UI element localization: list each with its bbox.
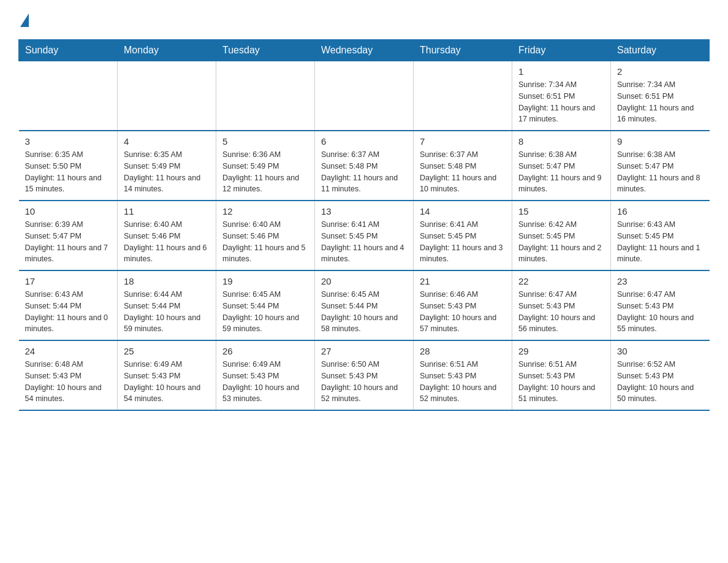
calendar-cell: 4Sunrise: 6:35 AM Sunset: 5:49 PM Daylig… [118,131,216,201]
day-info: Sunrise: 6:37 AM Sunset: 5:48 PM Dayligh… [321,149,407,195]
calendar-cell [414,61,512,131]
calendar-cell: 9Sunrise: 6:38 AM Sunset: 5:47 PM Daylig… [611,131,710,201]
calendar-cell: 10Sunrise: 6:39 AM Sunset: 5:47 PM Dayli… [19,201,118,270]
day-number: 15 [518,206,604,216]
calendar-week-row: 10Sunrise: 6:39 AM Sunset: 5:47 PM Dayli… [19,201,710,270]
day-info: Sunrise: 6:47 AM Sunset: 5:43 PM Dayligh… [617,289,703,335]
day-info: Sunrise: 6:35 AM Sunset: 5:49 PM Dayligh… [124,149,210,195]
calendar-cell: 13Sunrise: 6:41 AM Sunset: 5:45 PM Dayli… [315,201,414,270]
day-number: 25 [124,346,210,356]
day-number: 20 [321,276,407,286]
calendar-cell: 26Sunrise: 6:49 AM Sunset: 5:43 PM Dayli… [216,340,315,410]
day-info: Sunrise: 6:47 AM Sunset: 5:43 PM Dayligh… [518,289,604,335]
day-number: 8 [518,136,604,147]
weekday-header-thursday: Thursday [414,40,512,61]
day-number: 10 [25,206,112,216]
day-number: 7 [420,136,506,147]
calendar-cell: 5Sunrise: 6:36 AM Sunset: 5:49 PM Daylig… [216,131,315,201]
day-info: Sunrise: 6:51 AM Sunset: 5:43 PM Dayligh… [420,359,506,405]
day-info: Sunrise: 6:45 AM Sunset: 5:44 PM Dayligh… [321,289,407,335]
calendar-cell: 22Sunrise: 6:47 AM Sunset: 5:43 PM Dayli… [512,270,611,340]
weekday-header-tuesday: Tuesday [216,40,315,61]
day-info: Sunrise: 6:35 AM Sunset: 5:50 PM Dayligh… [25,149,112,195]
calendar-cell: 29Sunrise: 6:51 AM Sunset: 5:43 PM Dayli… [512,340,611,410]
calendar-cell: 24Sunrise: 6:48 AM Sunset: 5:43 PM Dayli… [19,340,118,410]
calendar-week-row: 3Sunrise: 6:35 AM Sunset: 5:50 PM Daylig… [19,131,710,201]
calendar-cell: 17Sunrise: 6:43 AM Sunset: 5:44 PM Dayli… [19,270,118,340]
calendar-cell: 16Sunrise: 6:43 AM Sunset: 5:45 PM Dayli… [611,201,710,270]
calendar-cell: 12Sunrise: 6:40 AM Sunset: 5:46 PM Dayli… [216,201,315,270]
day-info: Sunrise: 6:40 AM Sunset: 5:46 PM Dayligh… [124,219,210,265]
day-info: Sunrise: 6:44 AM Sunset: 5:44 PM Dayligh… [124,289,210,335]
calendar-cell [118,61,216,131]
day-info: Sunrise: 6:48 AM Sunset: 5:43 PM Dayligh… [25,359,112,405]
calendar-cell: 21Sunrise: 6:46 AM Sunset: 5:43 PM Dayli… [414,270,512,340]
day-number: 21 [420,276,506,286]
day-info: Sunrise: 6:50 AM Sunset: 5:43 PM Dayligh… [321,359,407,405]
day-number: 4 [124,136,210,147]
weekday-header-friday: Friday [512,40,611,61]
weekday-header-monday: Monday [118,40,216,61]
calendar-cell: 8Sunrise: 6:38 AM Sunset: 5:47 PM Daylig… [512,131,611,201]
calendar-cell: 11Sunrise: 6:40 AM Sunset: 5:46 PM Dayli… [118,201,216,270]
calendar-cell: 23Sunrise: 6:47 AM Sunset: 5:43 PM Dayli… [611,270,710,340]
day-info: Sunrise: 6:46 AM Sunset: 5:43 PM Dayligh… [420,289,506,335]
day-number: 12 [222,206,308,216]
day-number: 3 [25,136,112,147]
day-info: Sunrise: 6:43 AM Sunset: 5:44 PM Dayligh… [25,289,112,335]
day-number: 26 [222,346,308,356]
calendar-cell: 25Sunrise: 6:49 AM Sunset: 5:43 PM Dayli… [118,340,216,410]
calendar-cell [216,61,315,131]
day-info: Sunrise: 6:37 AM Sunset: 5:48 PM Dayligh… [420,149,506,195]
day-number: 30 [617,346,703,356]
day-info: Sunrise: 6:43 AM Sunset: 5:45 PM Dayligh… [617,219,703,265]
calendar-table: SundayMondayTuesdayWednesdayThursdayFrid… [18,39,710,411]
logo-triangle-icon [20,13,29,27]
calendar-cell: 28Sunrise: 6:51 AM Sunset: 5:43 PM Dayli… [414,340,512,410]
calendar-cell: 7Sunrise: 6:37 AM Sunset: 5:48 PM Daylig… [414,131,512,201]
calendar-cell: 19Sunrise: 6:45 AM Sunset: 5:44 PM Dayli… [216,270,315,340]
calendar-cell [315,61,414,131]
day-info: Sunrise: 6:42 AM Sunset: 5:45 PM Dayligh… [518,219,604,265]
weekday-header-wednesday: Wednesday [315,40,414,61]
day-number: 9 [617,136,703,147]
day-info: Sunrise: 6:52 AM Sunset: 5:43 PM Dayligh… [617,359,703,405]
day-info: Sunrise: 6:51 AM Sunset: 5:43 PM Dayligh… [518,359,604,405]
page-header [18,12,710,27]
day-number: 19 [222,276,308,286]
day-number: 5 [222,136,308,147]
day-number: 23 [617,276,703,286]
weekday-header-sunday: Sunday [19,40,118,61]
calendar-cell: 15Sunrise: 6:42 AM Sunset: 5:45 PM Dayli… [512,201,611,270]
calendar-week-row: 1Sunrise: 7:34 AM Sunset: 6:51 PM Daylig… [19,61,710,131]
day-number: 27 [321,346,407,356]
day-number: 29 [518,346,604,356]
calendar-cell: 3Sunrise: 6:35 AM Sunset: 5:50 PM Daylig… [19,131,118,201]
day-info: Sunrise: 6:38 AM Sunset: 5:47 PM Dayligh… [518,149,604,195]
day-info: Sunrise: 6:45 AM Sunset: 5:44 PM Dayligh… [222,289,308,335]
calendar-cell: 2Sunrise: 7:34 AM Sunset: 6:51 PM Daylig… [611,61,710,131]
calendar-cell: 14Sunrise: 6:41 AM Sunset: 5:45 PM Dayli… [414,201,512,270]
day-number: 6 [321,136,407,147]
calendar-cell: 6Sunrise: 6:37 AM Sunset: 5:48 PM Daylig… [315,131,414,201]
day-info: Sunrise: 6:39 AM Sunset: 5:47 PM Dayligh… [25,219,112,265]
day-number: 14 [420,206,506,216]
day-info: Sunrise: 6:49 AM Sunset: 5:43 PM Dayligh… [124,359,210,405]
day-info: Sunrise: 7:34 AM Sunset: 6:51 PM Dayligh… [518,79,604,125]
day-number: 17 [25,276,112,286]
logo [18,12,29,27]
day-info: Sunrise: 6:41 AM Sunset: 5:45 PM Dayligh… [420,219,506,265]
day-number: 2 [617,66,703,77]
day-number: 28 [420,346,506,356]
day-number: 16 [617,206,703,216]
day-number: 24 [25,346,112,356]
day-number: 11 [124,206,210,216]
day-number: 22 [518,276,604,286]
day-info: Sunrise: 7:34 AM Sunset: 6:51 PM Dayligh… [617,79,703,125]
logo-top [18,12,29,27]
day-info: Sunrise: 6:36 AM Sunset: 5:49 PM Dayligh… [222,149,308,195]
calendar-cell: 20Sunrise: 6:45 AM Sunset: 5:44 PM Dayli… [315,270,414,340]
weekday-header-saturday: Saturday [611,40,710,61]
day-info: Sunrise: 6:49 AM Sunset: 5:43 PM Dayligh… [222,359,308,405]
day-info: Sunrise: 6:40 AM Sunset: 5:46 PM Dayligh… [222,219,308,265]
